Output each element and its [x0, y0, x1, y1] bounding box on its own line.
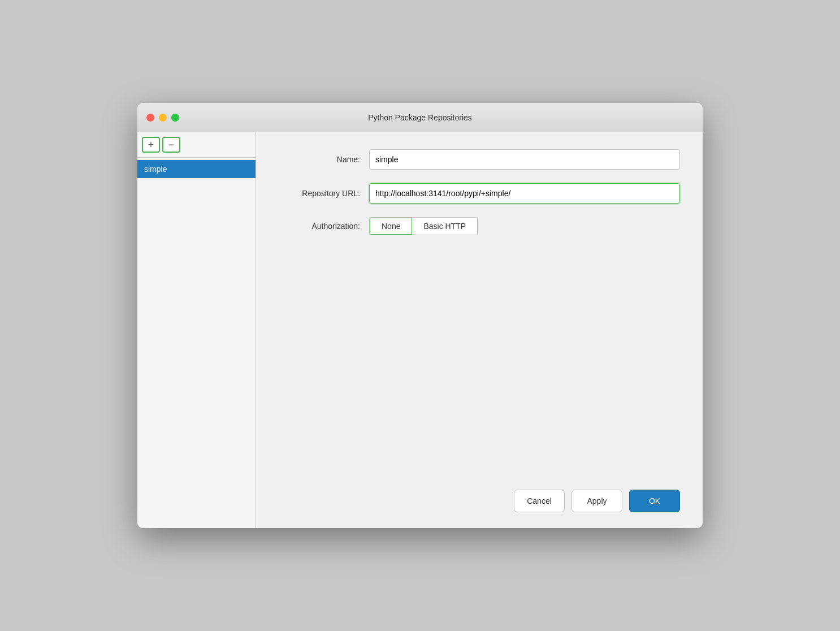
window-controls	[146, 114, 179, 122]
name-input[interactable]	[369, 149, 680, 170]
cancel-button[interactable]: Cancel	[514, 490, 565, 512]
auth-button-group: None Basic HTTP	[369, 217, 478, 235]
titlebar: Python Package Repositories	[137, 103, 703, 132]
auth-basic-http-button[interactable]: Basic HTTP	[412, 218, 478, 235]
auth-none-button[interactable]: None	[369, 217, 413, 235]
window-title: Python Package Repositories	[368, 113, 472, 122]
auth-row: Authorization: None Basic HTTP	[279, 217, 680, 235]
apply-button[interactable]: Apply	[571, 490, 622, 512]
name-row: Name:	[279, 149, 680, 170]
sidebar: + − simple	[137, 132, 256, 528]
footer: Cancel Apply OK	[279, 481, 680, 517]
main-window: Python Package Repositories + − simple N…	[137, 103, 703, 528]
name-label: Name:	[279, 155, 369, 164]
add-repository-button[interactable]: +	[142, 137, 160, 153]
url-label: Repository URL:	[279, 189, 369, 198]
auth-label: Authorization:	[279, 222, 369, 231]
form-area: Name: Repository URL: Authorization: Non…	[279, 149, 680, 481]
window-body: + − simple Name: Repository URL:	[137, 132, 703, 528]
sidebar-toolbar: + −	[137, 132, 256, 158]
sidebar-item-label: simple	[144, 165, 167, 174]
close-button[interactable]	[146, 114, 154, 122]
minimize-button[interactable]	[159, 114, 167, 122]
main-content: Name: Repository URL: Authorization: Non…	[256, 132, 703, 528]
maximize-button[interactable]	[171, 114, 179, 122]
url-row: Repository URL:	[279, 183, 680, 204]
remove-repository-button[interactable]: −	[162, 137, 180, 153]
ok-button[interactable]: OK	[629, 490, 680, 512]
url-input[interactable]	[369, 183, 680, 204]
sidebar-item-simple[interactable]: simple	[137, 160, 256, 178]
repository-list: simple	[137, 158, 256, 528]
